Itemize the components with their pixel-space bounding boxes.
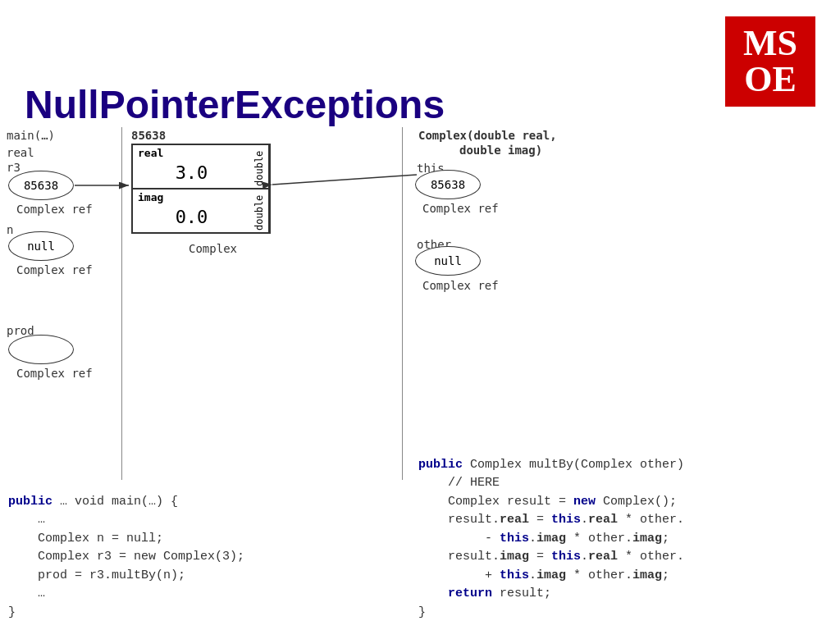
code-right: public Complex multBy(Complex other) // …: [418, 456, 837, 623]
svg-line-3: [272, 175, 417, 185]
other-oval: null: [415, 246, 481, 276]
logo-text: MSOE: [743, 25, 797, 98]
this-sublabel: Complex ref: [422, 202, 499, 215]
arrow-this-to-box: [0, 0, 492, 230]
null-oval: null: [8, 231, 74, 261]
code-left: public … void main(…) { … Complex n = nu…: [8, 493, 394, 623]
null-sublabel: Complex ref: [16, 263, 93, 276]
object-class-label: Complex: [189, 242, 237, 255]
other-sublabel: Complex ref: [422, 279, 499, 292]
prod-oval: [8, 335, 74, 364]
constructor-header: Complex(double real,: [418, 129, 557, 142]
this-oval: 85638: [415, 170, 481, 199]
constructor-header2: double imag): [459, 144, 542, 157]
logo: MSOE: [725, 16, 815, 107]
prod-sublabel: Complex ref: [16, 367, 93, 380]
